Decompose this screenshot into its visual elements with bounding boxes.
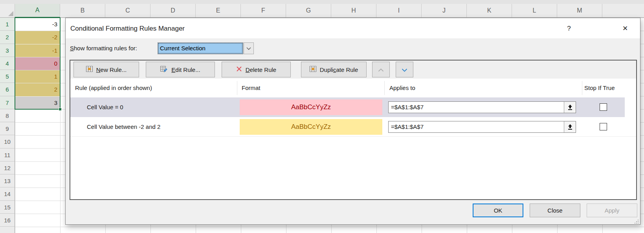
rules-list-header: Rule (applied in order shown) Format App… xyxy=(70,79,636,97)
delete-rule-icon xyxy=(236,66,242,73)
chevron-down-icon xyxy=(402,66,407,73)
column-header-a[interactable]: A xyxy=(15,4,60,18)
rules-toolbar: New Rule... Edit Rule... Delete Rule xyxy=(70,61,636,79)
duplicate-rule-button[interactable]: Duplicate Rule xyxy=(301,62,367,77)
header-rule: Rule (applied in order shown) xyxy=(75,79,152,97)
column-header-k[interactable]: K xyxy=(467,4,512,17)
rule-format-preview: AaBbCcYyZz xyxy=(240,99,382,115)
column-header-h[interactable]: H xyxy=(331,4,376,17)
dialog-title-bar: Conditional Formatting Rules Manager ? ✕ xyxy=(66,18,640,39)
rule-format-preview: AaBbCcYyZz xyxy=(240,119,382,135)
column-divider xyxy=(582,81,582,95)
applies-to-value: =$A$1:$A$7 xyxy=(391,121,424,132)
range-picker-icon[interactable] xyxy=(564,121,576,132)
stop-if-true-checkbox[interactable] xyxy=(600,103,607,111)
cf-rules-manager-dialog: Conditional Formatting Rules Manager ? ✕… xyxy=(65,18,640,225)
dropdown-chevron-icon[interactable] xyxy=(244,42,254,54)
row-header-14[interactable]: 14 xyxy=(0,187,15,200)
move-rule-up-button[interactable] xyxy=(372,62,390,77)
new-rule-icon xyxy=(86,66,93,73)
apply-button[interactable]: Apply xyxy=(587,204,637,217)
dialog-title: Conditional Formatting Rules Manager xyxy=(70,18,185,39)
cell-a5[interactable]: 1 xyxy=(15,70,60,83)
sheet-top-strip xyxy=(0,0,644,4)
edit-rule-icon xyxy=(160,66,168,73)
column-header-j[interactable]: J xyxy=(422,4,467,17)
select-all-corner[interactable] xyxy=(0,4,15,17)
row-headers: 12345678910111213141516 xyxy=(0,18,15,233)
applies-to-value: =$A$1:$A$7 xyxy=(391,102,424,113)
delete-rule-button[interactable]: Delete Rule xyxy=(222,62,291,77)
row-header-6[interactable]: 6 xyxy=(0,83,15,96)
ok-button[interactable]: OK xyxy=(473,204,523,217)
dropdown-selected-value[interactable]: Current Selection xyxy=(158,42,243,54)
row-header-13[interactable]: 13 xyxy=(0,174,15,187)
column-header-f[interactable]: F xyxy=(241,4,286,17)
duplicate-rule-icon xyxy=(310,66,316,73)
column-header-m[interactable]: M xyxy=(557,4,602,17)
row-header-9[interactable]: 9 xyxy=(0,122,15,135)
close-icon[interactable]: ✕ xyxy=(617,18,633,39)
column-header-b[interactable]: B xyxy=(60,4,105,17)
header-applies-to: Applies to xyxy=(389,79,415,97)
rule-description: Cell Value = 0 xyxy=(87,97,123,117)
cell-a6[interactable]: 2 xyxy=(15,83,60,96)
column-divider xyxy=(384,81,385,95)
chevron-up-icon xyxy=(378,66,384,73)
rule-row[interactable]: Cell Value = 0 AaBbCcYyZz =$A$1:$A$7 xyxy=(70,97,636,117)
row-header-4[interactable]: 4 xyxy=(0,57,15,70)
column-header-g[interactable]: G xyxy=(286,4,331,17)
cell-a2[interactable]: -2 xyxy=(15,31,60,44)
resize-grip[interactable] xyxy=(634,218,639,223)
row-header-12[interactable]: 12 xyxy=(0,161,15,174)
help-icon[interactable]: ? xyxy=(561,18,577,39)
rule-description: Cell Value between -2 and 2 xyxy=(87,117,160,137)
column-header-d[interactable]: D xyxy=(150,4,196,17)
cell-a7[interactable]: 3 xyxy=(15,97,60,109)
cell-a1[interactable]: -3 xyxy=(15,18,60,31)
range-picker-icon[interactable] xyxy=(564,102,576,113)
edit-rule-button[interactable]: Edit Rule... xyxy=(146,62,215,77)
row-header-10[interactable]: 10 xyxy=(0,135,15,148)
column-header-i[interactable]: I xyxy=(376,4,422,17)
show-rules-label: Show formatting rules for: xyxy=(70,42,137,54)
row-header-7[interactable]: 7 xyxy=(0,96,15,109)
applies-to-field[interactable]: =$A$1:$A$7 xyxy=(388,101,576,113)
row-header-11[interactable]: 11 xyxy=(0,149,15,161)
cell-a4[interactable]: 0 xyxy=(15,57,60,70)
applies-to-field[interactable]: =$A$1:$A$7 xyxy=(388,121,576,133)
excel-window: ABCDEFGHIJKLM 12345678910111213141516 -3… xyxy=(0,0,644,233)
row-header-2[interactable]: 2 xyxy=(0,31,15,44)
row-header-16[interactable]: 16 xyxy=(0,214,15,227)
row-header-15[interactable]: 15 xyxy=(0,201,15,214)
column-divider xyxy=(237,81,237,95)
move-rule-down-button[interactable] xyxy=(396,62,413,77)
cell-a3[interactable]: -1 xyxy=(15,44,60,57)
column-header-l[interactable]: L xyxy=(512,4,557,17)
column-headers: ABCDEFGHIJKLM xyxy=(0,4,644,18)
rules-list-box: New Rule... Edit Rule... Delete Rule xyxy=(70,60,637,200)
close-button[interactable]: Close xyxy=(530,204,580,217)
column-header-e[interactable]: E xyxy=(196,4,241,17)
header-format: Format xyxy=(242,79,261,97)
row-header-5[interactable]: 5 xyxy=(0,70,15,83)
row-header-8[interactable]: 8 xyxy=(0,109,15,122)
new-rule-button[interactable]: New Rule... xyxy=(73,62,139,77)
rule-row[interactable]: Cell Value between -2 and 2 AaBbCcYyZz =… xyxy=(70,117,636,137)
header-stop-if-true: Stop If True xyxy=(584,79,615,97)
row-header-3[interactable]: 3 xyxy=(0,44,15,57)
row-header-1[interactable]: 1 xyxy=(0,18,15,31)
column-header-c[interactable]: C xyxy=(105,4,150,17)
stop-if-true-checkbox[interactable] xyxy=(600,123,607,130)
show-rules-dropdown[interactable]: Current Selection xyxy=(158,42,254,54)
